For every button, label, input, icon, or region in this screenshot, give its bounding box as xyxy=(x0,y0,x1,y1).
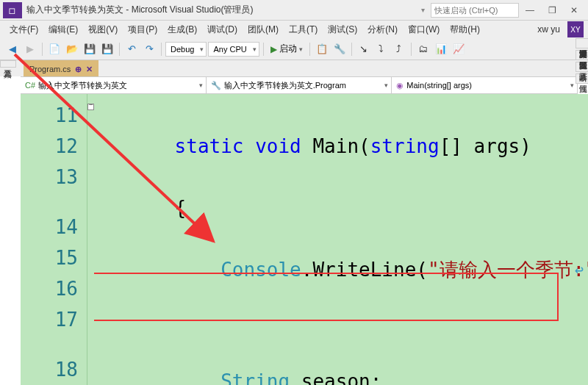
menu-analyze[interactable]: 分析(N) xyxy=(362,22,403,37)
code-text[interactable]: static void Main(string[] args) { Consol… xyxy=(94,94,588,385)
close-tab-icon[interactable]: ✕ xyxy=(86,65,93,74)
tb-icon-1[interactable]: 📋 xyxy=(314,41,330,57)
nav-project-combo[interactable]: C# 输入中文季节转换为英文 xyxy=(21,77,207,93)
line-numbers: 11 12 13 14 15 16 17 18 19 xyxy=(21,94,87,385)
quick-launch-input[interactable] xyxy=(431,3,519,18)
close-button[interactable]: ✕ xyxy=(563,2,585,18)
tb-misc-1[interactable]: 🗂 xyxy=(415,41,431,57)
undo-icon[interactable]: ↶ xyxy=(123,41,140,57)
class-icon: 🔧 xyxy=(211,81,221,90)
tb-icon-2[interactable]: 🔧 xyxy=(331,41,348,57)
menu-tools[interactable]: 工具(T) xyxy=(284,22,323,37)
step-into-icon[interactable]: ↘ xyxy=(356,41,372,57)
vs-logo-icon xyxy=(3,2,22,18)
menu-file[interactable]: 文件(F) xyxy=(4,22,43,37)
nav-fwd-icon[interactable]: ▶ xyxy=(22,41,38,57)
editor: 工具箱 11 12 13 14 15 16 17 18 19 static vo… xyxy=(0,94,588,385)
menu-window[interactable]: 窗口(W) xyxy=(403,22,445,37)
method-icon: ◉ xyxy=(396,81,404,90)
menu-edit[interactable]: 编辑(E) xyxy=(43,22,83,37)
properties-tab[interactable]: 属性 xyxy=(576,73,588,84)
menu-build[interactable]: 生成(B) xyxy=(162,22,202,37)
window-title: 输入中文季节转换为英文 - Microsoft Visual Studio(管理… xyxy=(26,4,254,16)
platform-combo[interactable]: Any CPU xyxy=(208,42,259,57)
tab-label: Program.cs xyxy=(29,65,71,73)
title-bar: 输入中文季节转换为英文 - Microsoft Visual Studio(管理… xyxy=(0,0,588,21)
wrap-icon: ↩ xyxy=(575,254,584,285)
menu-view[interactable]: 视图(V) xyxy=(83,22,123,37)
nav-method-combo[interactable]: ◉ Main(string[] args) xyxy=(392,77,578,93)
document-tab[interactable]: Program.cs ⊕ ✕ xyxy=(24,60,98,76)
step-over-icon[interactable]: ⤵ xyxy=(373,41,390,57)
tab-area: Program.cs ⊕ ✕ xyxy=(0,60,588,76)
user-badge[interactable]: XY xyxy=(567,21,584,37)
redo-icon[interactable]: ↷ xyxy=(141,41,157,57)
toolbox-tab[interactable]: 工具箱 xyxy=(0,60,16,68)
nav-class-combo[interactable]: 🔧 输入中文季节转换为英文.Program xyxy=(207,77,392,93)
play-icon: ▶ xyxy=(270,44,277,54)
fold-icon[interactable] xyxy=(87,104,94,110)
menu-team[interactable]: 团队(M) xyxy=(243,22,284,37)
solution-explorer-tab[interactable]: 解决方案资源管理器 xyxy=(576,38,588,48)
toolbar: ◀ ▶ 📄 📂 💾 💾 ↶ ↷ Debug Any CPU ▶ 启动 ▾ 📋 🔧… xyxy=(0,38,588,60)
launch-button[interactable]: ▶ 启动 ▾ xyxy=(268,43,306,55)
menu-bar: 文件(F) 编辑(E) 视图(V) 项目(P) 生成(B) 调试(D) 团队(M… xyxy=(0,21,588,38)
menu-help[interactable]: 帮助(H) xyxy=(445,22,485,37)
restore-button[interactable]: ❐ xyxy=(541,2,563,18)
nav-bar: C# 输入中文季节转换为英文 🔧 输入中文季节转换为英文.Program ◉ M… xyxy=(21,76,578,94)
tb-misc-3[interactable]: 📈 xyxy=(451,41,467,57)
save-icon[interactable]: 💾 xyxy=(82,41,98,57)
menu-debug[interactable]: 调试(D) xyxy=(202,22,243,37)
csharp-icon: C# xyxy=(25,81,35,90)
title-dropdown-icon[interactable]: ▾ xyxy=(421,6,425,14)
open-icon[interactable]: 📂 xyxy=(64,41,80,57)
config-combo[interactable]: Debug xyxy=(165,42,207,57)
tb-misc-2[interactable]: 📊 xyxy=(433,41,449,57)
step-out-icon[interactable]: ⤴ xyxy=(391,41,407,57)
team-explorer-tab[interactable]: 团队资源管理器 xyxy=(576,50,588,60)
user-name[interactable]: xw yu xyxy=(533,24,564,35)
save-all-icon[interactable]: 💾 xyxy=(99,41,115,57)
fold-margin xyxy=(87,94,94,385)
nav-back-icon[interactable]: ◀ xyxy=(4,41,21,57)
minimize-button[interactable]: — xyxy=(519,2,541,18)
menu-project[interactable]: 项目(P) xyxy=(123,22,162,37)
diagnostics-tab[interactable]: 诊断工具 xyxy=(576,62,588,72)
menu-test[interactable]: 测试(S) xyxy=(323,22,362,37)
pin-tab-icon[interactable]: ⊕ xyxy=(75,65,82,74)
new-project-icon[interactable]: 📄 xyxy=(46,41,62,57)
